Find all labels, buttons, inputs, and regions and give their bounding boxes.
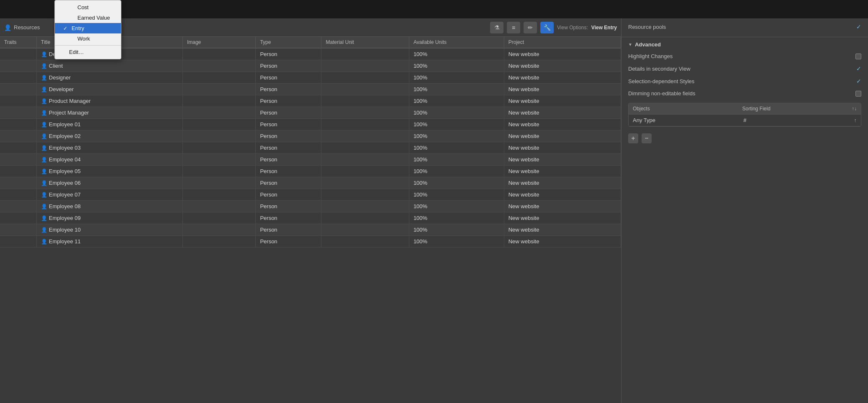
cell-project: New website — [504, 189, 621, 201]
sort-direction-arrow: ↑ — [850, 115, 861, 126]
list-button[interactable]: ≡ — [507, 22, 520, 33]
person-icon: 👤 — [41, 215, 47, 221]
sorting-field-col-header: Sorting Field — [738, 103, 848, 114]
person-icon: 👤 — [4, 24, 11, 31]
cell-project: New website — [504, 84, 621, 95]
triangle-icon: ▼ — [628, 42, 632, 47]
cell-image — [182, 201, 256, 212]
resource-pools-check[interactable]: ✓ — [856, 23, 861, 30]
cell-project: New website — [504, 48, 621, 60]
table-row[interactable]: 👤ClientPerson100%New website — [0, 60, 621, 72]
highlight-changes-checkbox[interactable] — [855, 54, 861, 59]
dropdown-item-edit[interactable]: Edit… — [55, 47, 121, 57]
table-row[interactable]: 👤Employee 05Person100%New website — [0, 166, 621, 177]
add-sort-button[interactable]: + — [628, 133, 638, 143]
dropdown-item-cost[interactable]: Cost — [55, 2, 121, 13]
dropdown-item-work[interactable]: Work — [55, 33, 121, 44]
person-icon: 👤 — [41, 122, 47, 128]
selection-styles-checkbox[interactable]: ✓ — [856, 78, 861, 84]
cell-project: New website — [504, 236, 621, 247]
cell-material — [321, 107, 409, 119]
right-panel: Resource pools ✓ ▼ Advanced Highlight Ch… — [621, 18, 868, 403]
table-row[interactable]: 👤Employee 02Person100%New website — [0, 130, 621, 142]
cell-image — [182, 130, 256, 142]
cell-project: New website — [504, 142, 621, 154]
table-row[interactable]: 👤Employee 09Person100%New website — [0, 212, 621, 224]
cell-image — [182, 154, 256, 166]
cell-traits — [0, 72, 36, 84]
brush-button[interactable]: ✏ — [524, 22, 537, 33]
resource-pools-label: Resource pools — [628, 24, 666, 30]
filter-icon: ⚗ — [494, 24, 500, 31]
cell-image — [182, 224, 256, 236]
cell-type: Person — [256, 166, 321, 177]
cell-type: Person — [256, 119, 321, 130]
cell-available: 100% — [409, 72, 504, 84]
cell-project: New website — [504, 107, 621, 119]
table-row[interactable]: 👤DeveloperPerson100%New website — [0, 84, 621, 95]
view-options-value: View Entry — [591, 25, 617, 31]
cell-type: Person — [256, 107, 321, 119]
table-row[interactable]: 👤Employee 11Person100%New website — [0, 236, 621, 247]
cell-material — [321, 95, 409, 107]
dimming-checkbox[interactable] — [855, 91, 861, 97]
cell-title: 👤Employee 07 — [36, 189, 182, 201]
person-icon: 👤 — [41, 239, 47, 245]
cell-type: Person — [256, 84, 321, 95]
table-row[interactable]: 👤Employee 01Person100%New website — [0, 119, 621, 130]
table-row[interactable]: 👤Employee 08Person100%New website — [0, 201, 621, 212]
sort-table-header: Objects Sorting Field ↑↓ — [629, 103, 861, 115]
remove-sort-button[interactable]: − — [642, 133, 652, 143]
person-icon: 👤 — [41, 110, 47, 116]
table-row[interactable]: 👤DesignerPerson100%New website — [0, 72, 621, 84]
resource-table: Traits Title Image Type Material Unit — [0, 37, 621, 247]
cell-type: Person — [256, 95, 321, 107]
cell-traits — [0, 224, 36, 236]
cell-project: New website — [504, 201, 621, 212]
cell-material — [321, 142, 409, 154]
cell-traits — [0, 212, 36, 224]
cell-project: New website — [504, 212, 621, 224]
table-row[interactable]: 👤Employee 03Person100%New website — [0, 142, 621, 154]
cell-image — [182, 189, 256, 201]
col-header-material: Material Unit — [321, 37, 409, 48]
person-icon: 👤 — [41, 98, 47, 104]
person-icon: 👤 — [41, 204, 47, 209]
cell-image — [182, 166, 256, 177]
person-icon: 👤 — [41, 87, 47, 92]
cell-available: 100% — [409, 130, 504, 142]
cell-traits — [0, 236, 36, 247]
cell-project: New website — [504, 130, 621, 142]
cell-available: 100% — [409, 95, 504, 107]
cell-material — [321, 166, 409, 177]
cell-available: 100% — [409, 119, 504, 130]
table-row[interactable]: 👤Employee 10Person100%New website — [0, 224, 621, 236]
cell-traits — [0, 84, 36, 95]
cell-image — [182, 72, 256, 84]
cell-available: 100% — [409, 60, 504, 72]
table-row[interactable]: 👤Employee 06Person100%New website — [0, 177, 621, 189]
cell-image — [182, 84, 256, 95]
sort-table-row[interactable]: Any Type # ↑ — [629, 115, 861, 126]
toolbar-right: ⚗ ≡ ✏ 🔧 View Options: View Entry — [490, 22, 617, 33]
table-row[interactable]: 👤Employee 04Person100%New website — [0, 154, 621, 166]
dropdown-item-earned-value[interactable]: Earned Value — [55, 13, 121, 23]
cell-material — [321, 72, 409, 84]
cell-material — [321, 60, 409, 72]
cell-image — [182, 48, 256, 60]
cell-material — [321, 189, 409, 201]
cell-material — [321, 130, 409, 142]
objects-col-header: Objects — [629, 103, 738, 114]
table-row[interactable]: 👤Employee 07Person100%New website — [0, 189, 621, 201]
cell-available: 100% — [409, 177, 504, 189]
details-secondary-checkbox[interactable]: ✓ — [856, 65, 861, 72]
person-icon: 👤 — [41, 227, 47, 233]
filter-button[interactable]: ⚗ — [490, 22, 503, 33]
dropdown-item-entry[interactable]: Entry — [55, 23, 121, 33]
table-row[interactable]: 👤Project ManagerPerson100%New website — [0, 107, 621, 119]
wrench-button[interactable]: 🔧 — [540, 22, 554, 33]
cell-project: New website — [504, 224, 621, 236]
table-row[interactable]: 👤Product ManagerPerson100%New website — [0, 95, 621, 107]
cell-type: Person — [256, 177, 321, 189]
person-icon: 👤 — [41, 192, 47, 198]
